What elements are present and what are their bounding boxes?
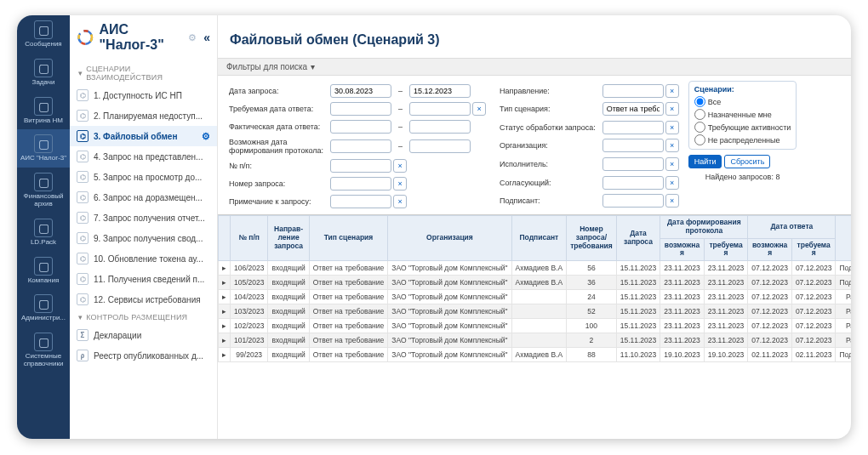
scentype-input[interactable] xyxy=(602,102,664,116)
table-row[interactable]: ▸101/2023входящийОтвет на требованиеЗАО … xyxy=(219,333,852,348)
sidebar-item-label: 12. Сервисы истребования xyxy=(94,295,201,304)
sigma-icon: Σ xyxy=(77,329,89,341)
scenario-filter-box: Сценарии: Все Назначенные мне Требующие … xyxy=(688,81,797,150)
settings-gear-icon[interactable]: ⚙ xyxy=(188,32,197,43)
reqno-input[interactable] xyxy=(330,177,391,191)
sidebar-item[interactable]: ⌬9. Запрос получения свод... xyxy=(70,228,217,248)
radio-mine[interactable]: Назначенные мне xyxy=(694,109,791,120)
clear-icon[interactable]: × xyxy=(472,102,486,116)
scenario-icon: ⌬ xyxy=(77,273,89,285)
clear-icon[interactable]: × xyxy=(393,177,407,191)
sidebar-section-1[interactable]: ▾ СЦЕНАРИИ ВЗАИМОДЕЙСТВИЯ xyxy=(70,61,217,85)
direction-input[interactable] xyxy=(602,84,664,98)
rail-item[interactable]: ▢Компания xyxy=(17,252,70,290)
table-row[interactable]: ▸102/2023входящийОтвет на требованиеЗАО … xyxy=(219,319,852,333)
clear-icon[interactable]: × xyxy=(665,102,679,116)
filter-panel: Дата запроса: – Требуемая дата ответа: –… xyxy=(218,76,851,214)
expand-icon[interactable]: ▸ xyxy=(219,333,231,348)
rail-icon: ▢ xyxy=(34,59,53,77)
sidebar-item-label: 3. Файловый обмен xyxy=(94,132,177,141)
clear-icon[interactable]: × xyxy=(393,159,407,173)
sidebar-item-label: 11. Получения сведений п... xyxy=(94,275,204,284)
filter-icon: ▾ xyxy=(311,62,315,71)
clear-icon[interactable]: × xyxy=(665,84,679,98)
clear-icon[interactable]: × xyxy=(393,195,407,208)
find-button[interactable]: Найти xyxy=(688,155,722,168)
rail-item[interactable]: ▢Витрина НМ xyxy=(17,92,70,130)
sidebar-item-label: 6. Запрос на доразмещен... xyxy=(94,193,203,202)
table-row[interactable]: ▸104/2023входящийОтвет на требованиеЗАО … xyxy=(219,290,852,304)
fact-ans-to[interactable] xyxy=(409,120,471,134)
proto-to[interactable] xyxy=(409,139,471,153)
date-from-input[interactable] xyxy=(330,84,391,98)
table-row[interactable]: ▸103/2023входящийОтвет на требованиеЗАО … xyxy=(219,304,852,319)
radio-unassigned[interactable]: Не распределенные xyxy=(694,134,791,145)
sidebar-section-2[interactable]: ▾ КОНТРОЛЬ РАЗМЕЩЕНИЯ xyxy=(70,310,217,325)
reset-button[interactable]: Сбросить xyxy=(724,155,770,168)
clear-icon[interactable]: × xyxy=(665,139,679,152)
expand-icon[interactable]: ▸ xyxy=(219,276,231,290)
clear-icon[interactable]: × xyxy=(665,194,679,208)
sidebar-item-label: 9. Запрос получения свод... xyxy=(94,234,203,243)
note-input[interactable] xyxy=(330,195,391,208)
sidebar-item[interactable]: ⌬3. Файловый обмен⚙ xyxy=(70,126,217,146)
sidebar-item[interactable]: ⌬7. Запрос получения отчет... xyxy=(70,208,217,228)
rail-item[interactable]: ▢АИС "Налог-3" xyxy=(17,129,70,168)
sidebar-item-label: 10. Обновление токена ау... xyxy=(94,254,203,264)
table-row[interactable]: ▸99/2023входящийОтвет на требованиеЗАО "… xyxy=(219,348,852,362)
sidebar-item[interactable]: ⌬2. Планируемая недоступ... xyxy=(70,105,217,126)
signer-input[interactable] xyxy=(602,194,664,208)
sidebar-item[interactable]: ⌬11. Получения сведений п... xyxy=(70,269,217,289)
scenario-icon: ⌬ xyxy=(77,293,89,305)
chevron-down-icon: ▾ xyxy=(78,69,83,77)
rail-item[interactable]: ▢Администри... xyxy=(17,289,70,327)
clear-icon[interactable]: × xyxy=(665,176,679,190)
sidebar-item-label: 4. Запрос на представлен... xyxy=(94,152,203,162)
sidebar-item[interactable]: ρРеестр опубликованных д... xyxy=(70,345,217,366)
expand-icon[interactable]: ▸ xyxy=(219,348,231,362)
sidebar-item[interactable]: ⌬12. Сервисы истребования xyxy=(70,289,217,310)
filter-header[interactable]: Фильтры для поиска ▾ xyxy=(218,58,851,76)
sidebar-item[interactable]: ⌬4. Запрос на представлен... xyxy=(70,146,217,167)
rail-item[interactable]: ▢Задачи xyxy=(17,54,70,92)
filter-col-2: Направление:× Тип сценария:× Статус обра… xyxy=(495,81,683,211)
rail-item[interactable]: ▢LD.Pack xyxy=(17,213,70,252)
rail-icon: ▢ xyxy=(34,333,53,351)
fact-ans-from[interactable] xyxy=(330,120,391,134)
sidebar-item[interactable]: ⌬5. Запрос на просмотр до... xyxy=(70,167,217,187)
sidebar-item[interactable]: ⌬1. Доступность ИС НП xyxy=(70,85,217,105)
main-area: Файловый обмен (Сценарий 3) Фильтры для … xyxy=(218,15,851,439)
clear-icon[interactable]: × xyxy=(665,121,679,134)
req-ans-to[interactable] xyxy=(409,102,471,116)
req-ans-from[interactable] xyxy=(330,102,391,116)
clear-icon[interactable]: × xyxy=(665,157,679,171)
expand-icon[interactable]: ▸ xyxy=(219,261,231,276)
rail-icon: ▢ xyxy=(34,20,53,39)
app-title: АИС "Налог-3" xyxy=(100,22,184,53)
sidebar: АИС "Налог-3" ⚙ « ▾ СЦЕНАРИИ ВЗАИМОДЕЙСТ… xyxy=(70,15,218,439)
rail-item[interactable]: ▢Системные справочники xyxy=(17,327,70,373)
date-to-input[interactable] xyxy=(409,84,471,98)
agree-input[interactable] xyxy=(602,176,664,190)
npp-input[interactable] xyxy=(330,159,391,173)
expand-icon[interactable]: ▸ xyxy=(219,290,231,304)
exec-input[interactable] xyxy=(602,157,664,171)
table-row[interactable]: ▸106/2023входящийОтвет на требованиеЗАО … xyxy=(219,261,852,276)
proto-from[interactable] xyxy=(330,139,391,153)
sidebar-item[interactable]: ⌬6. Запрос на доразмещен... xyxy=(70,187,217,208)
sidebar-item[interactable]: ⌬10. Обновление токена ау... xyxy=(70,248,217,269)
sidebar-item-label: Декларации xyxy=(94,331,141,340)
expand-icon[interactable]: ▸ xyxy=(219,319,231,333)
rail-item[interactable]: ▢Сообщения xyxy=(17,15,70,54)
status-input[interactable] xyxy=(602,121,664,134)
collapse-sidebar-icon[interactable]: « xyxy=(203,31,210,44)
gear-icon[interactable]: ⚙ xyxy=(202,131,210,142)
radio-needaction[interactable]: Требующие активности xyxy=(694,122,791,133)
rail-item[interactable]: ▢Финансовый архив xyxy=(17,168,70,213)
table-row[interactable]: ▸105/2023входящийОтвет на требованиеЗАО … xyxy=(219,276,852,290)
sidebar-item[interactable]: ΣДекларации xyxy=(70,325,217,345)
radio-all[interactable]: Все xyxy=(694,96,791,107)
org-input[interactable] xyxy=(602,139,664,152)
expand-icon[interactable]: ▸ xyxy=(219,304,231,319)
results-table-wrap[interactable]: № п/п Направ- ление запроса Тип сценария… xyxy=(218,214,851,362)
